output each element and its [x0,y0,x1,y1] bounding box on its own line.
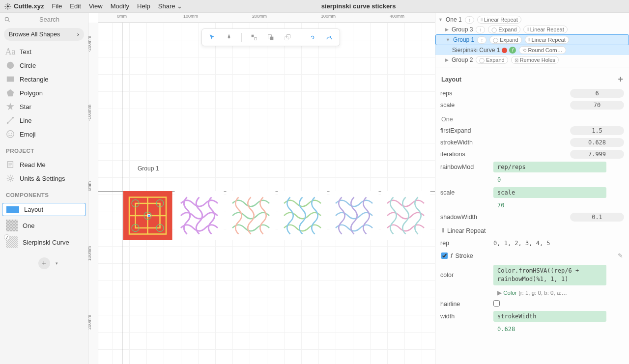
modifier-linear-repeat[interactable]: ⫴Linear Repeat [477,16,521,24]
scale-expr-input[interactable]: scale [493,187,606,198]
outline-group1[interactable]: ▼ Group 1 ↕ ◯Expand ⫴Linear Repeat [435,34,629,45]
hairline-checkbox[interactable] [493,300,500,307]
script-icon: f [451,252,452,259]
modifier-remove-holes[interactable]: ⊠Remove Holes [511,56,559,64]
search-row[interactable]: Search [0,13,88,26]
iterations-input[interactable]: 7.999 [570,150,624,159]
shape-polygon[interactable]: Polygon [0,86,88,100]
tile-4 [328,191,380,240]
svg-point-0 [7,5,9,7]
modifier-move-icon[interactable]: ↕ [465,16,474,24]
project-settings[interactable]: Units & Settings [0,171,88,185]
edit-stroke-button[interactable]: ✎ [618,252,623,259]
svg-rect-29 [252,35,254,37]
outline-root[interactable]: ▼ One 1 ↕ ⫴Linear Repeat [435,15,629,25]
svg-rect-25 [227,191,276,240]
svg-rect-24 [175,191,224,240]
svg-rect-26 [278,191,327,240]
transform-tool-1[interactable] [249,32,259,43]
prop-label-scale: scale [440,102,489,109]
scale-result: 70 [493,201,508,210]
select-tool[interactable] [207,32,218,43]
svg-point-12 [11,133,12,134]
shadowwidth-input[interactable]: 0.1 [570,213,624,222]
rep-value: 0, 1, 2, 3, 4, 5 [493,240,550,247]
emoji-icon [6,130,15,139]
add-property-button[interactable]: + [618,74,623,84]
menu-file[interactable]: File [52,2,62,10]
tile-2 [225,191,277,240]
color-expr-input[interactable]: Color.fromHSVA((rep/6 + rainbowMod)%1, 1… [493,265,606,285]
shape-line[interactable]: Line [0,113,88,127]
svg-point-1 [5,17,8,21]
shape-circle[interactable]: Circle [0,58,88,72]
modifier-linear-repeat[interactable]: ⫴Linear Repeat [525,36,569,44]
modifier-expand[interactable]: ◯Expand [476,56,508,64]
modifier-move-icon[interactable]: ↕ [476,26,485,33]
expand-icon[interactable]: ▶ [445,27,449,32]
strokewidth-input[interactable]: 0.628 [570,138,624,147]
subsection-stroke: f Stroke ✎ [440,248,624,263]
collapse-icon[interactable]: ▼ [438,17,443,22]
shape-rectangle[interactable]: Rectangle [0,72,88,86]
canvas[interactable]: Group 1 [98,23,435,364]
line-icon [6,116,15,125]
shape-star[interactable]: Star [0,100,88,113]
outline-sierpinski[interactable]: Sierpinski Curve 1 f ⟲Round Corn… [435,45,629,55]
reps-input[interactable]: 6 [570,89,624,98]
outline-tree: ▼ One 1 ↕ ⫴Linear Repeat ▶ Group 3 ↕ ◯Ex… [435,13,629,67]
svg-point-35 [330,36,331,37]
fill-color-dot[interactable] [502,48,507,53]
svg-rect-34 [287,35,290,38]
artwork-tiles[interactable] [122,191,431,240]
selection-handle[interactable] [147,214,150,217]
browse-all-shapes-button[interactable]: Browse All Shapes › [4,28,84,41]
svg-line-2 [8,20,10,22]
ruler-horizontal: 0mm 100mm 200mm 300mm 400mm [98,13,435,23]
rainbowmod-input[interactable]: rep/reps [493,162,606,172]
rectangle-icon [6,75,15,84]
svg-point-10 [7,131,14,138]
modifier-move-icon[interactable]: ↕ [477,36,486,44]
component-layout[interactable]: Layout [2,203,86,216]
collapse-icon[interactable]: ▼ [446,37,450,42]
outline-group2[interactable]: ▶ Group 2 ◯Expand ⊠Remove Holes [435,55,629,65]
project-readme[interactable]: Read Me [0,158,88,171]
svg-rect-32 [270,37,274,40]
width-expr-input[interactable]: strokeWidth [493,311,606,322]
ruler-vertical: -200mm -100mm 0mm 100mm 200mm [88,23,98,364]
firstexpand-input[interactable]: 1.5 [570,126,624,135]
shape-list: AaText Circle Rectangle Polygon Star Lin… [0,43,88,143]
transform-tool-2[interactable] [265,32,276,43]
add-component-button[interactable]: + [38,257,50,269]
link-tool[interactable] [307,32,318,43]
outline-group3[interactable]: ▶ Group 3 ↕ ◯Expand ⫴Linear Repeat [435,25,629,34]
shape-text[interactable]: AaText [0,45,88,58]
modifier-round-corners[interactable]: ⟲Round Corn… [519,46,566,54]
right-panel: ▼ One 1 ↕ ⫴Linear Repeat ▶ Group 3 ↕ ◯Ex… [435,13,629,364]
component-sierpinski[interactable]: Sierpinski Curve [0,234,88,251]
modifier-linear-repeat[interactable]: ⫴Linear Repeat [523,26,568,33]
selection-label: Group 1 [138,165,159,172]
svg-marker-5 [7,89,14,96]
star-icon [6,102,15,111]
stroke-enabled-checkbox[interactable] [441,252,448,259]
doc-icon [6,160,15,169]
curve-tool[interactable] [324,32,335,43]
app-logo[interactable]: Cuttle.xyz [4,2,44,10]
pen-tool[interactable] [224,32,234,43]
scale-input[interactable]: 70 [570,101,624,110]
component-one[interactable]: One [0,217,88,234]
properties-panel: Layout + reps6 scale70 One firstExpand1.… [435,67,629,364]
svg-rect-33 [285,37,288,40]
svg-rect-4 [7,77,14,82]
expand-icon[interactable]: ▶ [445,57,449,62]
script-icon[interactable]: f [509,47,516,54]
search-icon [4,16,11,23]
prop-label-reps: reps [440,90,489,97]
shape-emoji[interactable]: Emoji [0,127,88,141]
menu-edit[interactable]: Edit [70,2,81,10]
transform-tool-3[interactable] [282,32,293,43]
modifier-expand[interactable]: ◯Expand [489,36,521,44]
modifier-expand[interactable]: ◯Expand [488,26,520,33]
